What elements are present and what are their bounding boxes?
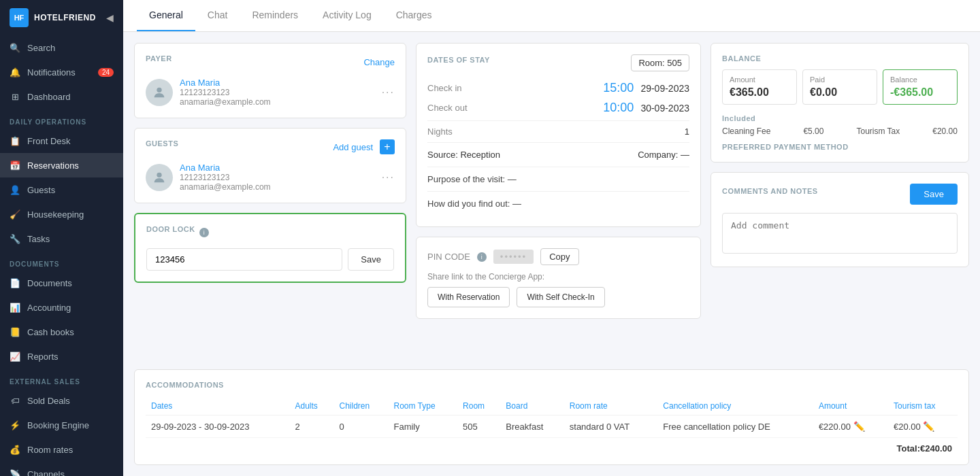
nights-value: 1 [685, 126, 689, 137]
sidebar-item-notifications[interactable]: 🔔 Notifications 24 [0, 60, 123, 84]
channels-icon: 📡 [10, 469, 20, 476]
included-section: Included Cleaning Fee €5.00 Tourism Tax … [722, 114, 958, 136]
right-column: BALANCE Amount €365.00 Paid €0.00 Balanc… [710, 43, 969, 358]
cell-adults: 2 [290, 415, 334, 438]
housekeeping-icon: 🧹 [10, 209, 20, 220]
pincode-info-icon[interactable]: i [477, 252, 487, 262]
sidebar-item-dashboard[interactable]: ⊞ Dashboard [0, 84, 123, 109]
section-daily-ops: DAILY OPERATIONS [0, 109, 123, 129]
total-row: Total:€240.00 [146, 438, 958, 454]
col-amount: Amount [813, 397, 888, 415]
sidebar-item-label: Documents [27, 278, 72, 288]
guest-name[interactable]: Ana Maria [180, 163, 271, 173]
payer-change-button[interactable]: Change [363, 57, 395, 67]
cleaning-fee-value: €5.00 [803, 126, 823, 136]
tab-general[interactable]: General [137, 0, 195, 31]
comments-save-button[interactable]: Save [910, 184, 958, 205]
copy-button[interactable]: Copy [540, 248, 578, 265]
cell-tourism-tax: €20.00 ✏️ [888, 415, 958, 438]
included-row: Cleaning Fee €5.00 Tourism Tax €20.00 [722, 126, 958, 136]
accommodations-section: ACCOMMODATIONS Dates Adults Children Roo… [134, 369, 969, 465]
sidebar-item-tasks[interactable]: 🔧 Tasks [0, 226, 123, 251]
company-value: — [681, 150, 689, 160]
sidebar-item-accounting[interactable]: 📊 Accounting [0, 295, 123, 320]
balance-paid-item: Paid €0.00 [802, 69, 877, 105]
balance-grid: Amount €365.00 Paid €0.00 Balance -€365.… [722, 69, 958, 105]
tab-reminders[interactable]: Reminders [240, 0, 310, 31]
guest-menu-button[interactable]: ··· [382, 171, 395, 184]
col-children: Children [334, 397, 389, 415]
sidebar-item-room-rates[interactable]: 💰 Room rates [0, 437, 123, 462]
svg-point-1 [157, 172, 161, 177]
bell-icon: 🔔 [10, 67, 20, 78]
sidebar-item-guests[interactable]: 👤 Guests [0, 177, 123, 202]
sidebar-item-cash-books[interactable]: 📒 Cash books [0, 320, 123, 344]
source-text: Source: Reception [427, 150, 500, 160]
content-wrapper: PAYER Change Ana Maria 12123123123 anama… [123, 32, 980, 476]
sidebar-item-label: Booking Engine [27, 420, 89, 430]
payer-title: PAYER [146, 54, 172, 63]
sidebar-item-search[interactable]: 🔍 Search [0, 35, 123, 60]
checkin-time[interactable]: 15:00 [603, 81, 634, 95]
comments-header: COMMENTS AND NOTES Save [722, 184, 958, 205]
add-guest-area: Add guest + [333, 139, 395, 154]
payer-card: PAYER Change Ana Maria 12123123123 anama… [134, 43, 406, 118]
comment-input[interactable] [722, 213, 958, 254]
add-guest-button[interactable]: + [380, 139, 395, 154]
tourism-edit-icon[interactable]: ✏️ [923, 421, 934, 432]
pincode-value: •••••• [493, 250, 534, 264]
tabs-bar: General Chat Reminders Activity Log Char… [123, 0, 980, 32]
guests-icon: 👤 [10, 184, 20, 195]
payer-phone: 12123123123 [180, 88, 271, 97]
sidebar-item-sold-deals[interactable]: 🏷 Sold Deals [0, 388, 123, 413]
sidebar-item-booking-engine[interactable]: ⚡ Booking Engine [0, 413, 123, 437]
amount-value: €365.00 [730, 86, 789, 99]
sidebar-item-documents[interactable]: 📄 Documents [0, 271, 123, 295]
guest-email: anamaria@example.com [180, 182, 271, 192]
source-row: Source: Reception Company: — [427, 142, 689, 167]
cell-room: 505 [457, 415, 500, 438]
comments-title: COMMENTS AND NOTES [722, 187, 818, 195]
guest-row: Ana Maria 12123123123 anamaria@example.c… [146, 163, 395, 192]
payer-name[interactable]: Ana Maria [180, 78, 271, 88]
share-reservation-button[interactable]: With Reservation [427, 287, 510, 307]
checkout-label: Check out [427, 103, 596, 113]
sidebar-item-label: Search [27, 43, 55, 53]
door-lock-save-button[interactable]: Save [348, 248, 394, 271]
main-content: PAYER Change Ana Maria 12123123123 anama… [123, 32, 980, 369]
add-guest-link[interactable]: Add guest [333, 142, 373, 152]
section-documents: DOCUMENTS [0, 251, 123, 271]
guests-title: GUESTS [146, 139, 178, 148]
tab-activity-log[interactable]: Activity Log [310, 0, 384, 31]
checkout-time[interactable]: 10:00 [603, 101, 634, 115]
logo-area: HF HOTELFRIEND ◀ [0, 0, 123, 35]
sidebar-item-reports[interactable]: 📈 Reports [0, 344, 123, 369]
door-lock-title: DOOR LOCK [146, 225, 195, 233]
company-label: Company: [638, 150, 678, 160]
sidebar-collapse-button[interactable]: ◀ [106, 12, 114, 23]
frontdesk-icon: 📋 [10, 135, 20, 146]
cell-room-type: Family [388, 415, 457, 438]
tab-charges[interactable]: Charges [384, 0, 444, 31]
middle-column: DATES OF STAY Room: 505 Check in 15:00 2… [416, 43, 701, 358]
purpose-label: Purpose of the visit: [427, 174, 505, 184]
pincode-row: PIN CODE i •••••• Copy [427, 248, 689, 265]
tab-chat[interactable]: Chat [195, 0, 240, 31]
col-room-type: Room Type [388, 397, 457, 415]
sidebar-item-label: Cash books [27, 327, 74, 337]
cell-children: 0 [334, 415, 389, 438]
payer-menu-button[interactable]: ··· [382, 86, 395, 99]
door-lock-input[interactable] [146, 248, 342, 271]
door-lock-info-icon[interactable]: i [199, 228, 209, 237]
howfind-row: How did you find out: — [427, 191, 689, 216]
amount-edit-icon[interactable]: ✏️ [853, 421, 865, 432]
share-selfcheckin-button[interactable]: With Self Check-In [517, 287, 604, 307]
included-label: Included [722, 114, 958, 122]
svg-point-0 [157, 87, 161, 92]
guest-phone: 12123123123 [180, 173, 271, 182]
sidebar-item-reservations[interactable]: 📅 Reservations [0, 153, 123, 177]
sidebar-item-channels[interactable]: 📡 Channels [0, 462, 123, 476]
sidebar-item-front-desk[interactable]: 📋 Front Desk [0, 129, 123, 153]
sidebar-item-housekeeping[interactable]: 🧹 Housekeeping [0, 202, 123, 226]
room-badge: Room: 505 [631, 54, 689, 71]
